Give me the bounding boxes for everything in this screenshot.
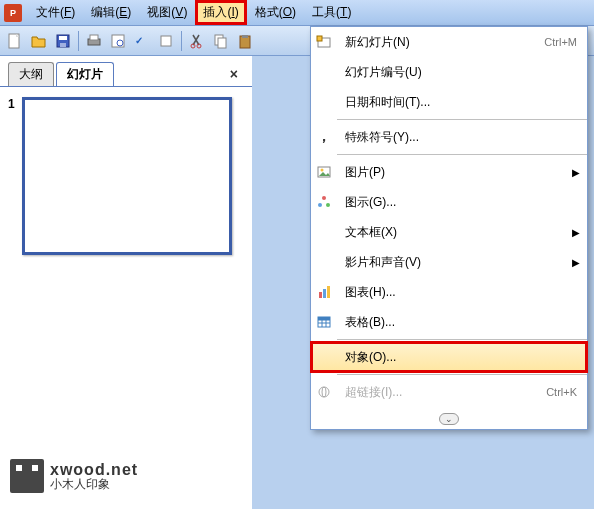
menu-shortcut: Ctrl+K <box>546 386 587 398</box>
menu-label: 新幻灯片(N) <box>337 34 544 51</box>
menu-textbox[interactable]: 文本框(X) ▶ <box>311 217 587 247</box>
spell-icon[interactable]: ✓ <box>131 30 153 52</box>
research-icon[interactable] <box>155 30 177 52</box>
pane-tabs: 大纲 幻灯片 × <box>0 56 252 86</box>
svg-point-32 <box>319 387 329 397</box>
hyperlink-icon <box>311 377 337 407</box>
submenu-arrow-icon: ▶ <box>571 227 587 238</box>
table-icon <box>311 307 337 337</box>
submenu-arrow-icon: ▶ <box>571 257 587 268</box>
svg-text:✓: ✓ <box>135 35 143 46</box>
menu-hyperlink[interactable]: 超链接(I)... Ctrl+K <box>311 377 587 407</box>
copy-icon[interactable] <box>210 30 232 52</box>
svg-rect-31 <box>318 317 330 320</box>
menu-separator <box>337 339 587 340</box>
toolbar-sep <box>181 31 182 51</box>
svg-rect-24 <box>323 289 326 298</box>
insert-dropdown: 新幻灯片(N) Ctrl+M 幻灯片编号(U) 日期和时间(T)... ， 特殊… <box>310 26 588 430</box>
new-slide-icon <box>311 27 337 57</box>
menu-table[interactable]: 表格(B)... <box>311 307 587 337</box>
symbol-icon: ， <box>311 122 337 152</box>
svg-rect-17 <box>317 36 322 41</box>
menu-diagram[interactable]: 图示(G)... <box>311 187 587 217</box>
menu-object[interactable]: 对象(O)... <box>311 342 587 372</box>
svg-rect-15 <box>242 35 248 38</box>
toolbar-sep <box>78 31 79 51</box>
menu-expand[interactable]: ⌄ <box>311 407 587 429</box>
menu-insert[interactable]: 插入(I) <box>195 0 246 25</box>
menu-separator <box>337 374 587 375</box>
menu-separator <box>337 119 587 120</box>
menu-picture[interactable]: 图片(P) ▶ <box>311 157 587 187</box>
svg-point-33 <box>322 387 326 397</box>
menu-label: 特殊符号(Y)... <box>337 129 587 146</box>
menu-shortcut: Ctrl+M <box>544 36 587 48</box>
menu-slide-number[interactable]: 幻灯片编号(U) <box>311 57 587 87</box>
slides-list: 1 <box>0 86 252 265</box>
submenu-arrow-icon: ▶ <box>571 167 587 178</box>
svg-rect-3 <box>60 43 66 47</box>
menu-file[interactable]: 文件(F) <box>28 0 83 25</box>
save-icon[interactable] <box>52 30 74 52</box>
svg-point-19 <box>321 169 324 172</box>
paste-icon[interactable] <box>234 30 256 52</box>
cut-icon[interactable] <box>186 30 208 52</box>
menu-label: 图片(P) <box>337 164 571 181</box>
preview-icon[interactable] <box>107 30 129 52</box>
tab-slides[interactable]: 幻灯片 <box>56 62 114 86</box>
svg-rect-5 <box>90 35 98 40</box>
menu-movie-sound[interactable]: 影片和声音(V) ▶ <box>311 247 587 277</box>
menu-label: 影片和声音(V) <box>337 254 571 271</box>
menu-separator <box>337 154 587 155</box>
menu-label: 对象(O)... <box>337 349 587 366</box>
svg-rect-25 <box>327 286 330 298</box>
svg-rect-23 <box>319 292 322 298</box>
menu-chart[interactable]: 图表(H)... <box>311 277 587 307</box>
menu-edit[interactable]: 编辑(E) <box>83 0 139 25</box>
close-pane-icon[interactable]: × <box>230 66 238 82</box>
menu-label: 图表(H)... <box>337 284 587 301</box>
print-icon[interactable] <box>83 30 105 52</box>
menu-date-time[interactable]: 日期和时间(T)... <box>311 87 587 117</box>
new-icon[interactable] <box>4 30 26 52</box>
svg-point-21 <box>318 203 322 207</box>
menu-tools[interactable]: 工具(T) <box>304 0 359 25</box>
svg-rect-9 <box>161 36 171 46</box>
chart-icon <box>311 277 337 307</box>
menu-label: 图示(G)... <box>337 194 587 211</box>
picture-icon <box>311 157 337 187</box>
open-icon[interactable] <box>28 30 50 52</box>
robot-icon <box>10 459 44 493</box>
menu-symbol[interactable]: ， 特殊符号(Y)... <box>311 122 587 152</box>
watermark-text: xwood.net 小木人印象 <box>50 461 138 492</box>
menu-label: 日期和时间(T)... <box>337 94 587 111</box>
menu-view[interactable]: 视图(V) <box>139 0 195 25</box>
svg-rect-2 <box>59 36 67 40</box>
chevron-down-icon: ⌄ <box>439 413 459 425</box>
svg-rect-13 <box>218 38 226 48</box>
menu-label: 幻灯片编号(U) <box>337 64 587 81</box>
diagram-icon <box>311 187 337 217</box>
svg-point-20 <box>322 196 326 200</box>
menu-new-slide[interactable]: 新幻灯片(N) Ctrl+M <box>311 27 587 57</box>
outline-slides-pane: 大纲 幻灯片 × 1 <box>0 56 260 509</box>
slide-thumbnail[interactable] <box>22 97 232 255</box>
menu-format[interactable]: 格式(O) <box>247 0 304 25</box>
slide-number: 1 <box>8 97 22 255</box>
tab-outline[interactable]: 大纲 <box>8 62 54 86</box>
menubar: P 文件(F) 编辑(E) 视图(V) 插入(I) 格式(O) 工具(T) <box>0 0 594 26</box>
svg-point-22 <box>326 203 330 207</box>
menu-label: 文本框(X) <box>337 224 571 241</box>
menu-label: 表格(B)... <box>337 314 587 331</box>
app-icon: P <box>4 4 22 22</box>
watermark: xwood.net 小木人印象 <box>10 459 138 493</box>
menu-label: 超链接(I)... <box>337 384 546 401</box>
